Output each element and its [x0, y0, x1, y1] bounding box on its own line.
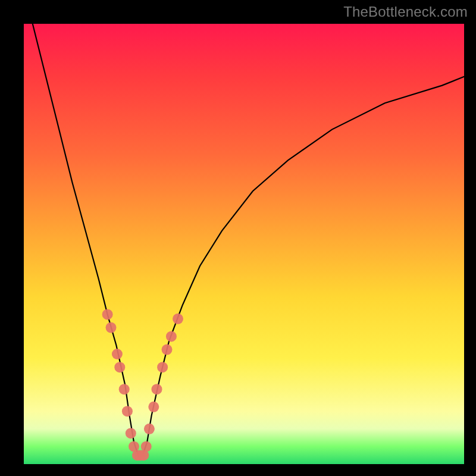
highlighted-point [152, 384, 162, 394]
highlighted-point [173, 314, 183, 324]
plot-area [24, 24, 464, 464]
highlighted-point [148, 402, 159, 412]
highlighted-point [114, 362, 125, 372]
highlighted-point [166, 331, 177, 342]
highlighted-points-group [102, 309, 183, 461]
highlighted-point [106, 322, 117, 333]
chart-svg [24, 24, 464, 464]
bottleneck-curve [33, 24, 464, 455]
chart-frame: TheBottleneck.com [0, 0, 476, 476]
highlighted-point [102, 309, 113, 320]
highlighted-point [112, 349, 123, 359]
highlighted-point [126, 428, 136, 439]
highlighted-point [122, 406, 133, 416]
highlighted-point [119, 384, 130, 394]
highlighted-point [141, 441, 152, 452]
highlighted-point [157, 362, 168, 372]
watermark-text: TheBottleneck.com [343, 4, 468, 20]
highlighted-point [144, 424, 155, 434]
highlighted-point [162, 345, 173, 355]
